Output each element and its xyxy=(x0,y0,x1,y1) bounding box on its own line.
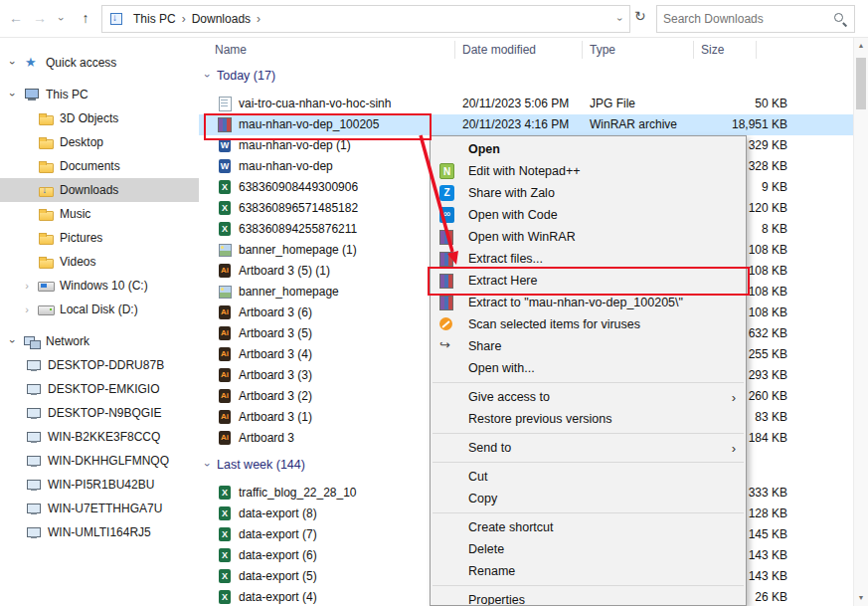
vertical-scrollbar[interactable]: ▲ ▼ xyxy=(853,38,868,606)
menu-item-restore-previous-versions[interactable]: Restore previous versions xyxy=(431,408,746,430)
forward-button[interactable]: → xyxy=(30,8,50,28)
column-divider[interactable] xyxy=(756,41,757,59)
chevron-down-icon[interactable]: › xyxy=(202,458,214,472)
file-row[interactable]: vai-tro-cua-nhan-vo-hoc-sinh20/11/2023 5… xyxy=(199,94,854,114)
sidebar-item-desktop-ddru87b[interactable]: ›DESKTOP-DDRU87B xyxy=(0,353,199,377)
file-name: 638360908449300906 xyxy=(239,180,358,194)
chevron-down-icon[interactable]: › xyxy=(202,69,214,83)
sidebar-item-desktop-n9bqgie[interactable]: ›DESKTOP-N9BQGIE xyxy=(0,401,199,425)
menu-item-label: Extract files... xyxy=(468,252,543,266)
column-header-date-modified[interactable]: Date modified xyxy=(462,43,536,57)
folder-icon xyxy=(38,254,54,270)
sidebar-item-windows-10-c[interactable]: ›Windows 10 (C:) xyxy=(0,274,199,298)
file-size: 18,951 KB xyxy=(658,117,787,131)
image-file-icon xyxy=(217,242,233,258)
menu-item-give-access-to[interactable]: Give access to› xyxy=(431,386,746,408)
column-divider[interactable] xyxy=(454,41,455,59)
sidebar-item-win-b2kke3f8ccq[interactable]: ›WIN-B2KKE3F8CCQ xyxy=(0,425,199,449)
sidebar-item-videos[interactable]: ›Videos xyxy=(0,250,199,274)
menu-item-share-with-zalo[interactable]: Share with Zalo xyxy=(431,182,746,204)
refresh-button[interactable]: ↻ xyxy=(634,8,646,24)
scroll-down-icon[interactable]: ▼ xyxy=(854,590,868,606)
sidebar-item-desktop-emkigio[interactable]: ›DESKTOP-EMKIGIO xyxy=(0,377,199,401)
menu-item-copy[interactable]: Copy xyxy=(431,488,746,509)
sidebar-item-label: Local Disk (D:) xyxy=(60,303,138,316)
sidebar-item-desktop[interactable]: ›Desktop xyxy=(0,130,199,154)
sidebar-item-label: Music xyxy=(60,207,90,221)
address-dropdown-icon[interactable]: › xyxy=(614,9,625,28)
blank-icon xyxy=(438,141,455,157)
address-bar[interactable]: This PC › Downloads › › xyxy=(101,5,630,33)
up-button[interactable]: ↑ xyxy=(76,8,95,28)
column-header-name[interactable]: Name xyxy=(215,43,247,57)
breadcrumb-separator-icon[interactable]: › xyxy=(255,12,262,26)
sidebar-item-quick-access[interactable]: ›Quick access xyxy=(0,51,199,75)
recent-locations-chevron-icon[interactable]: › xyxy=(52,9,72,29)
sidebar-item-music[interactable]: ›Music xyxy=(0,202,199,226)
menu-item-extract-files[interactable]: Extract files... xyxy=(431,248,746,270)
menu-item-rename[interactable]: Rename xyxy=(431,560,746,582)
sidebar-item-network[interactable]: ›Network xyxy=(0,329,199,353)
sidebar-item-label: DESKTOP-EMKIGIO xyxy=(48,382,159,396)
search-box[interactable] xyxy=(656,5,855,33)
submenu-arrow-icon: › xyxy=(732,390,736,405)
network-pc-icon xyxy=(26,381,42,397)
sidebar-item-3d-objects[interactable]: ›3D Objects xyxy=(0,106,199,130)
menu-item-extract-here[interactable]: Extract Here xyxy=(431,270,746,292)
chevron-icon[interactable]: › xyxy=(20,303,34,315)
menu-item-open[interactable]: Open xyxy=(431,138,746,160)
sidebar-item-win-dkhhglfmnqq[interactable]: ›WIN-DKHHGLFMNQQ xyxy=(0,449,199,473)
winrar-icon xyxy=(438,251,455,267)
menu-item-label: Edit with Notepad++ xyxy=(468,164,581,178)
column-divider[interactable] xyxy=(693,41,694,59)
search-icon[interactable] xyxy=(832,11,848,27)
scroll-up-icon[interactable]: ▲ xyxy=(854,38,868,54)
breadcrumb-downloads[interactable]: Downloads xyxy=(188,12,255,26)
menu-item-create-shortcut[interactable]: Create shortcut xyxy=(431,516,746,538)
excel-icon xyxy=(217,526,233,542)
column-header-size[interactable]: Size xyxy=(701,43,724,57)
sidebar-item-local-disk-d[interactable]: ›Local Disk (D:) xyxy=(0,298,199,321)
file-row[interactable]: mau-nhan-vo-dep_10020520/11/2023 4:16 PM… xyxy=(199,114,854,135)
menu-item-delete[interactable]: Delete xyxy=(431,538,746,560)
group-label: Last week (144) xyxy=(217,458,305,472)
menu-item-properties[interactable]: Properties xyxy=(431,589,746,606)
menu-item-cut[interactable]: Cut xyxy=(431,466,746,488)
sidebar-item-pictures[interactable]: ›Pictures xyxy=(0,226,199,250)
menu-item-edit-with-notepad[interactable]: Edit with Notepad++ xyxy=(431,160,746,182)
ai-file-icon xyxy=(217,325,233,341)
chevron-icon[interactable]: › xyxy=(7,88,19,101)
search-input[interactable] xyxy=(657,12,832,26)
menu-item-send-to[interactable]: Send to› xyxy=(431,437,746,459)
sidebar-item-documents[interactable]: ›Documents xyxy=(0,154,199,178)
sidebar-item-this-pc[interactable]: ›This PC xyxy=(0,83,199,106)
column-header-type[interactable]: Type xyxy=(590,43,615,57)
word-icon xyxy=(217,158,233,174)
chevron-icon[interactable]: › xyxy=(7,334,19,348)
blank-icon xyxy=(438,389,455,405)
file-name: Artboard 3 (5) (1) xyxy=(239,264,330,278)
menu-item-scan-selected-items-for-viruses[interactable]: Scan selected items for viruses xyxy=(431,313,746,335)
file-name: traffic_blog_22_28_10 xyxy=(239,486,357,500)
scrollbar-thumb[interactable] xyxy=(856,58,866,109)
sidebar-item-win-pi5r1bu42bu[interactable]: ›WIN-PI5R1BU42BU xyxy=(0,473,199,497)
breadcrumb-separator-icon[interactable]: › xyxy=(180,12,188,26)
breadcrumb-this-pc[interactable]: This PC xyxy=(129,12,180,26)
menu-item-open-with-code[interactable]: Open with Code xyxy=(431,204,746,226)
menu-item-share[interactable]: Share xyxy=(431,335,746,357)
menu-item-label: Create shortcut xyxy=(468,520,553,534)
sidebar-item-downloads[interactable]: ›Downloads xyxy=(0,178,199,202)
back-button[interactable]: ← xyxy=(6,8,26,28)
file-name: Artboard 3 (5) xyxy=(239,326,312,340)
file-name: 638360896571485182 xyxy=(239,201,358,215)
sidebar-item-win-umlti164rj5[interactable]: ›WIN-UMLTI164RJ5 xyxy=(0,520,199,544)
menu-item-open-with[interactable]: Open with... xyxy=(431,357,746,379)
column-divider[interactable] xyxy=(582,41,583,59)
chevron-icon[interactable]: › xyxy=(7,56,19,70)
menu-separator xyxy=(433,512,744,513)
group-header[interactable]: ›Today (17) xyxy=(199,66,854,86)
chevron-icon[interactable]: › xyxy=(20,280,34,292)
sidebar-item-win-u7etthhga7u[interactable]: ›WIN-U7ETTHHGA7U xyxy=(0,497,199,520)
menu-item-open-with-winrar[interactable]: Open with WinRAR xyxy=(431,226,746,248)
menu-item-extract-to-mau-nhan-vo-dep-100205[interactable]: Extract to "mau-nhan-vo-dep_100205\" xyxy=(431,292,746,313)
